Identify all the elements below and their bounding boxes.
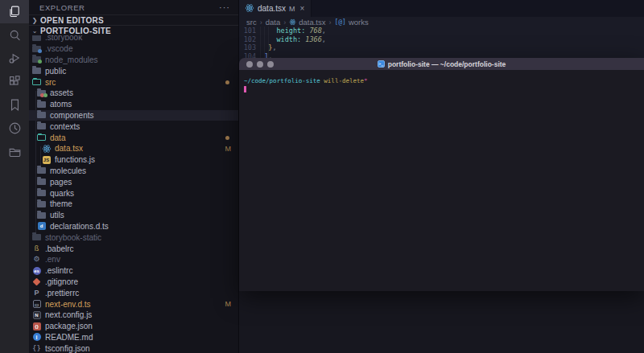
tree-item-label: README.md [45,333,93,342]
tree-item-label: storybook-static [45,233,101,242]
tree-item-data-tsx[interactable]: data.tsxM [29,143,238,154]
more-actions-icon[interactable]: ··· [219,4,230,10]
react-icon [245,2,254,16]
chevron-right-icon: ❯ [29,17,40,24]
close-window-button[interactable] [246,61,253,68]
sidebar-title: EXPLORER [39,3,85,12]
git-modified-badge: M [225,145,232,153]
tree-item-label: .gitignore [45,277,78,286]
git-modified-dot-badge [225,136,229,140]
tree-item-label: functions.js [55,155,95,164]
folder-icon [36,177,47,187]
tree-item-label: next.config.js [45,310,92,319]
explorer-sidebar: EXPLORER ··· ❯ OPEN EDITORS ⌄ PORTFOLIO-… [29,0,239,353]
minimize-window-button[interactable] [257,61,263,68]
tree-item-pages[interactable]: pages [29,176,238,187]
activity-search-icon[interactable] [0,23,29,47]
git-branch: will-delete [324,77,364,84]
tree-item-node-modules[interactable]: node_modules [29,55,238,66]
tree-item-storybook-static[interactable]: storybook-static [29,232,238,243]
tree-item-data[interactable]: data [29,132,238,143]
tree-item--eslintrc[interactable]: es.eslintrc [29,265,238,277]
tree-item-package-json[interactable]: {}package.json [29,321,238,332]
tree-item-components[interactable]: components [29,110,238,121]
macos-terminal-window[interactable]: >_ portfolio-site — ~/code/portfolio-sit… [239,58,644,291]
tree-item-assets[interactable]: assets [29,88,238,99]
terminal-title-text: portfolio-site — ~/code/portfolio-site [388,60,506,68]
editor-area: data.tsx M × src›data›data.tsx›[@]works … [239,0,644,353]
tree-item-next-env-d-ts[interactable]: ▭next-env.d.tsM [29,298,238,310]
tab-data-tsx[interactable]: data.tsx M × [239,0,312,17]
tree-item--babelrc[interactable]: ß.babelrc [29,243,238,254]
activity-debug-icon[interactable] [0,47,29,70]
tree-item-label: next-env.d.ts [45,300,91,309]
tree-item--storybook[interactable]: .storybook [29,35,238,43]
tab-bar: data.tsx M × [239,0,644,17]
tree-item-label: .vscode [45,44,72,53]
tree-item-label: public [45,67,66,76]
activity-projects-icon[interactable] [0,140,29,163]
editor-background [239,291,644,353]
folder-node-icon [31,55,42,64]
tree-item--env[interactable]: ⚙.env [29,254,238,265]
section-portfolio-site[interactable]: ⌄ PORTFOLIO-SITE [29,25,238,35]
tree-item-atoms[interactable]: atoms [29,99,238,110]
tree-item-utils[interactable]: utils [29,210,238,221]
activity-explorer-icon[interactable] [0,0,29,23]
zoom-window-button[interactable] [267,61,274,68]
git-modified-badge: M [225,300,232,308]
code-line-102: 102 width: 1366, [239,35,644,44]
breadcrumb-separator: › [260,18,262,27]
chevron-down-icon: ⌄ [29,27,40,35]
activity-extensions-icon[interactable] [0,70,29,93]
breadcrumb-item-works[interactable]: [@]works [334,18,368,27]
folder-icon [36,110,47,120]
code-text: }, [256,43,277,52]
close-icon[interactable]: × [300,4,305,13]
tree-item-label: .storybook [45,35,82,42]
tree-item-contexts[interactable]: contexts [29,121,238,132]
tree-item-label: declarations.d.ts [50,222,109,231]
tree-item-label: .env [45,255,60,264]
tree-item-label: tsconfig.json [45,344,90,353]
terminal-body[interactable]: ~/code/portfolio-site will-delete* [239,70,644,291]
code-line-101: 101 height: 768, [239,27,644,35]
tree-item-tsconfig-json[interactable]: {}tsconfig.json [29,343,238,353]
tree-item-next-config-js[interactable]: Nnext.config.js [29,310,238,321]
breadcrumb-label: src [246,18,257,27]
breadcrumb-label: data [266,18,281,27]
folder-vscode-icon [31,44,42,54]
folder-icon [31,66,42,76]
folder-icon [31,35,42,43]
breadcrumb-item-data-tsx[interactable]: data.tsx [289,18,325,27]
tree-item--vscode[interactable]: .vscode [29,43,238,55]
tree-item--gitignore[interactable]: .gitignore [29,277,238,288]
folder-assets-icon [36,88,47,98]
terminal-titlebar[interactable]: >_ portfolio-site — ~/code/portfolio-sit… [239,58,644,70]
vscode-window: EXPLORER ··· ❯ OPEN EDITORS ⌄ PORTFOLIO-… [0,0,644,353]
filegrey-icon: ▭ [31,299,42,309]
tree-item-label: assets [50,88,73,97]
tree-item-declarations-d-ts[interactable]: ddeclarations.d.ts [29,221,238,232]
breadcrumb-separator: › [328,18,331,27]
tree-item-functions-js[interactable]: JSfunctions.js [29,154,238,166]
symbol-icon: [@] [334,18,345,26]
section-open-editors[interactable]: ❯ OPEN EDITORS [29,14,238,25]
breadcrumb-item-src[interactable]: src [246,18,257,27]
tree-item-public[interactable]: public [29,65,238,76]
activity-history-icon[interactable] [0,117,29,140]
folder-icon [36,166,47,175]
breadcrumb-item-data[interactable]: data [266,18,281,27]
tab-modified-indicator: M [289,5,295,13]
tree-item-quarks[interactable]: quarks [29,187,238,199]
tree-item-molecules[interactable]: molecules [29,166,238,177]
tree-item-theme[interactable]: theme [29,199,238,210]
tree-item-label: data.tsx [55,144,83,153]
activity-bookmarks-icon[interactable] [0,93,29,117]
tree-item-readme-md[interactable]: iREADME.md [29,332,238,343]
dts-icon: d [36,221,47,231]
tree-item--prettierrc[interactable]: P.prettierrc [29,287,238,298]
tree-item-src[interactable]: src [29,76,238,88]
folder-icon [36,121,47,131]
root-folder-label: PORTFOLIO-SITE [40,27,111,35]
